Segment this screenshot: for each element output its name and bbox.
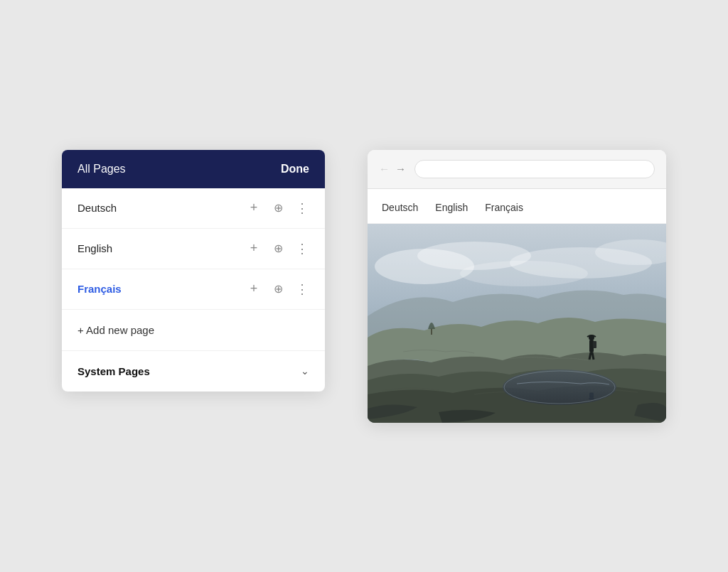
page-item-english: English + ⊕ ⋮ — [62, 229, 325, 269]
browser-header: ← → — [368, 150, 666, 189]
tab-deutsch[interactable]: Deutsch — [382, 202, 418, 213]
svg-point-6 — [503, 369, 616, 405]
landscape-svg — [368, 224, 666, 423]
page-actions-english: + ⊕ ⋮ — [247, 242, 309, 256]
chevron-down-icon: ⌄ — [301, 365, 309, 377]
done-button[interactable]: Done — [281, 163, 309, 176]
page-name-francais: Français — [77, 283, 122, 295]
add-new-page-button[interactable]: + Add new page — [62, 310, 325, 351]
svg-line-11 — [589, 352, 591, 360]
add-subpage-icon-english[interactable]: + — [247, 242, 261, 256]
page-name-english: English — [77, 242, 112, 254]
more-options-icon-deutsch[interactable]: ⋮ — [295, 201, 309, 215]
move-icon-english[interactable]: ⊕ — [271, 242, 285, 256]
svg-rect-15 — [431, 329, 432, 335]
pages-panel: All Pages Done Deutsch + ⊕ ⋮ English + ⊕… — [62, 150, 325, 392]
page-actions-deutsch: + ⊕ ⋮ — [247, 201, 309, 215]
svg-point-5 — [460, 261, 588, 286]
browser-content: Deutsch English Français — [368, 189, 666, 423]
page-list: Deutsch + ⊕ ⋮ English + ⊕ ⋮ Français — [62, 188, 325, 310]
add-subpage-icon-deutsch[interactable]: + — [247, 201, 261, 215]
address-bar[interactable] — [414, 160, 655, 178]
main-container: All Pages Done Deutsch + ⊕ ⋮ English + ⊕… — [0, 150, 728, 423]
svg-point-14 — [589, 397, 594, 399]
tab-english[interactable]: English — [435, 202, 468, 213]
svg-rect-13 — [589, 392, 594, 397]
system-pages-section[interactable]: System Pages ⌄ — [62, 351, 325, 392]
page-item-deutsch: Deutsch + ⊕ ⋮ — [62, 188, 325, 229]
page-item-francais: Français + ⊕ ⋮ — [62, 269, 325, 310]
svg-line-12 — [592, 352, 594, 360]
move-icon-francais[interactable]: ⊕ — [271, 282, 285, 296]
page-name-deutsch: Deutsch — [77, 202, 117, 214]
browser-panel: ← → Deutsch English Français — [368, 150, 666, 423]
tab-francais[interactable]: Français — [485, 202, 523, 213]
more-options-icon-francais[interactable]: ⋮ — [295, 282, 309, 296]
browser-navigation: ← → — [379, 163, 406, 175]
browser-nav-tabs: Deutsch English Français — [368, 189, 666, 224]
panel-header: All Pages Done — [62, 150, 325, 188]
page-actions-francais: + ⊕ ⋮ — [247, 282, 309, 296]
svg-rect-10 — [593, 341, 596, 348]
hero-image — [368, 224, 666, 423]
move-icon-deutsch[interactable]: ⊕ — [271, 201, 285, 215]
system-pages-label: System Pages — [77, 365, 150, 377]
add-subpage-icon-francais[interactable]: + — [247, 282, 261, 296]
add-new-page-label: + Add new page — [77, 324, 154, 336]
back-arrow-icon[interactable]: ← — [379, 163, 390, 175]
forward-arrow-icon[interactable]: → — [395, 163, 406, 175]
panel-title: All Pages — [77, 163, 126, 176]
more-options-icon-english[interactable]: ⋮ — [295, 242, 309, 256]
